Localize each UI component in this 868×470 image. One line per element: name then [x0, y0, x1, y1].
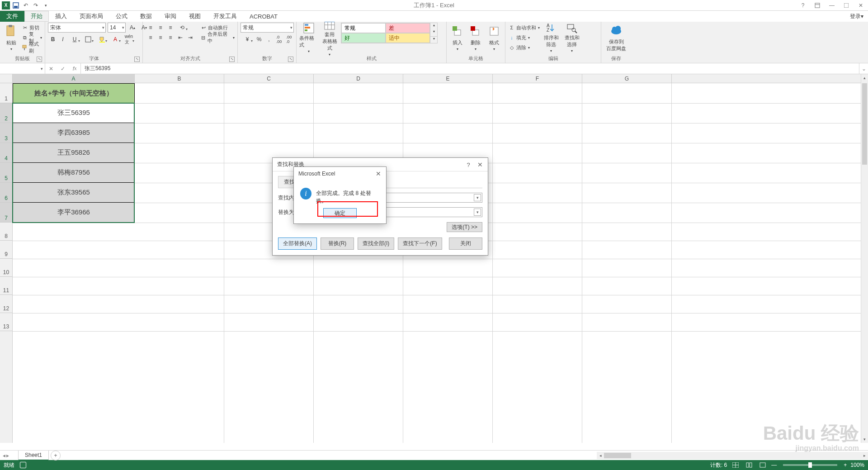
scroll-up-icon[interactable]: ▴: [861, 74, 868, 81]
cell-A4[interactable]: 王五95826: [13, 143, 135, 163]
currency-icon[interactable]: ¥: [241, 34, 254, 44]
format-cells-button[interactable]: 格式▾: [486, 23, 502, 52]
save-baidu-button[interactable]: 保存到 百度网盘: [604, 23, 628, 52]
style-good[interactable]: 好: [341, 33, 386, 43]
cell-A5[interactable]: 韩梅87956: [13, 163, 135, 183]
sort-filter-button[interactable]: AZ排序和筛选▾: [542, 23, 561, 52]
row-header-2[interactable]: 2: [0, 103, 12, 123]
orientation-icon[interactable]: ⟲: [175, 23, 189, 33]
qat-save-icon[interactable]: [12, 1, 20, 9]
horizontal-scrollbar[interactable]: ◂ ▸: [597, 452, 868, 459]
delete-cells-button[interactable]: 删除▾: [467, 23, 484, 52]
bold-button[interactable]: B: [48, 34, 58, 44]
cell-A6[interactable]: 张东39565: [13, 183, 135, 203]
align-top-icon[interactable]: ≡: [146, 23, 156, 33]
tab-acrobat[interactable]: ACROBAT: [243, 11, 284, 22]
font-color-button[interactable]: A: [108, 34, 122, 44]
font-name-combo[interactable]: 宋体▾: [48, 23, 106, 33]
align-left-icon[interactable]: ≡: [146, 33, 156, 43]
ok-button[interactable]: 确定: [323, 208, 357, 218]
style-normal[interactable]: 常规: [341, 23, 386, 33]
enter-formula-icon[interactable]: ✓: [57, 66, 69, 72]
format-painter-button[interactable]: 格式刷: [21, 43, 42, 52]
autosum-button[interactable]: Σ自动求和▾: [508, 23, 540, 33]
tab-formulas[interactable]: 公式: [109, 11, 134, 22]
style-more-icon[interactable]: ▾: [430, 36, 437, 43]
row-header-5[interactable]: 5: [0, 163, 12, 183]
name-box[interactable]: ▾: [0, 63, 45, 74]
col-header-A[interactable]: A: [13, 74, 135, 83]
sheet-nav-next-icon[interactable]: ▸: [6, 452, 9, 459]
merge-center-button[interactable]: ⊟合并后居中▾: [200, 33, 235, 43]
align-middle-icon[interactable]: ≡: [156, 23, 165, 33]
conditional-format-button[interactable]: 条件格式▾: [299, 23, 318, 52]
row-header-6[interactable]: 6: [0, 183, 12, 203]
style-neutral[interactable]: 适中: [386, 33, 430, 43]
row-header-11[interactable]: 11: [0, 277, 12, 295]
fill-button[interactable]: ↓填充▾: [508, 33, 540, 43]
font-launcher-icon[interactable]: ⤡: [134, 57, 140, 62]
sheet-nav-prev-icon[interactable]: ◂: [3, 452, 5, 459]
dialog-help-icon[interactable]: ?: [463, 160, 473, 170]
cell-A7[interactable]: 李平36966: [13, 203, 135, 223]
view-page-layout-icon[interactable]: [744, 461, 754, 469]
comma-icon[interactable]: ,: [264, 34, 274, 44]
zoom-percent[interactable]: 100%: [850, 462, 864, 468]
increase-decimal-icon[interactable]: .0.00: [274, 34, 284, 44]
row-header-7[interactable]: 7: [0, 203, 12, 223]
scroll-thumb-v[interactable]: [862, 83, 867, 165]
minimize-icon[interactable]: —: [826, 1, 837, 10]
alignment-launcher-icon[interactable]: ⤡: [229, 57, 235, 62]
ribbon-display-icon[interactable]: [812, 1, 823, 10]
col-header-G[interactable]: G: [582, 74, 672, 83]
row-header-12[interactable]: 12: [0, 295, 12, 313]
tab-view[interactable]: 视图: [183, 11, 207, 22]
number-format-combo[interactable]: 常规▾: [241, 23, 294, 33]
view-page-break-icon[interactable]: [758, 461, 768, 469]
fill-color-button[interactable]: [95, 34, 108, 44]
indent-decrease-icon[interactable]: ⇤: [175, 33, 185, 43]
cell-A2[interactable]: 张三56395: [13, 103, 135, 123]
decrease-decimal-icon[interactable]: .00.0: [284, 34, 294, 44]
close-button[interactable]: 关闭: [449, 237, 482, 250]
col-header-B[interactable]: B: [135, 74, 224, 83]
col-header-D[interactable]: D: [314, 74, 403, 83]
paste-button[interactable]: 粘贴▾: [3, 23, 19, 52]
zoom-out-icon[interactable]: —: [771, 462, 777, 468]
font-size-combo[interactable]: 14▾: [108, 23, 126, 33]
find-next-button[interactable]: 查找下一个(F): [398, 237, 442, 250]
tab-home[interactable]: 开始: [24, 11, 49, 22]
number-launcher-icon[interactable]: ⤡: [288, 57, 293, 62]
hscroll-right-icon[interactable]: ▸: [861, 453, 868, 458]
sheet-tab-sheet1[interactable]: Sheet1: [18, 451, 49, 461]
scroll-thumb-h[interactable]: [604, 453, 631, 458]
cell-styles-gallery[interactable]: 常规 差 好 适中: [341, 23, 430, 43]
align-right-icon[interactable]: ≡: [165, 33, 175, 43]
clipboard-launcher-icon[interactable]: ⤡: [37, 57, 42, 62]
increase-font-icon[interactable]: A▴: [127, 23, 137, 33]
replace-button[interactable]: 替换(R): [321, 237, 354, 250]
percent-icon[interactable]: %: [254, 34, 264, 44]
new-sheet-button[interactable]: +: [51, 451, 61, 461]
cell-A3[interactable]: 李四63985: [13, 123, 135, 143]
col-header-E[interactable]: E: [403, 74, 493, 83]
zoom-slider[interactable]: [783, 464, 837, 466]
row-header-9[interactable]: 9: [0, 241, 12, 259]
maximize-icon[interactable]: [841, 1, 852, 10]
col-header-F[interactable]: F: [493, 74, 582, 83]
style-scroll-up-icon[interactable]: ▴: [430, 23, 437, 29]
insert-cells-button[interactable]: 插入▾: [449, 23, 466, 52]
row-header-3[interactable]: 3: [0, 123, 12, 143]
cancel-formula-icon[interactable]: ✕: [45, 66, 57, 72]
login-link[interactable]: 登录 ▾: [850, 11, 863, 22]
col-header-C[interactable]: C: [224, 74, 314, 83]
row-header-4[interactable]: 4: [0, 143, 12, 163]
align-center-icon[interactable]: ≡: [156, 33, 165, 43]
align-bottom-icon[interactable]: ≡: [165, 23, 175, 33]
insert-function-icon[interactable]: fx: [69, 66, 80, 72]
vertical-scrollbar[interactable]: ▴ ▾: [861, 74, 868, 443]
border-button[interactable]: [81, 34, 95, 44]
scroll-down-icon[interactable]: ▾: [861, 436, 868, 443]
expand-formula-bar-icon[interactable]: ⌄: [859, 63, 868, 74]
tab-review[interactable]: 审阅: [158, 11, 183, 22]
